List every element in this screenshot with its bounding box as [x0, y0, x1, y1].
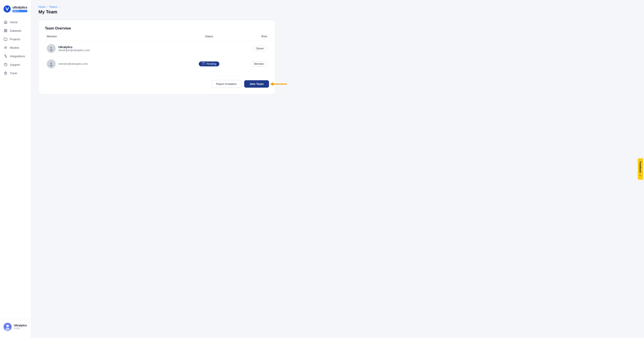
- sidebar-item-models[interactable]: Models: [0, 43, 31, 52]
- support-icon: [4, 62, 8, 66]
- sidebar-item-integrations[interactable]: Integrations: [0, 52, 31, 60]
- brand-name: ultralytics: [12, 6, 27, 10]
- svg-point-7: [6, 57, 6, 58]
- models-icon: [4, 46, 8, 50]
- status-cell-2: Pending: [187, 62, 232, 66]
- reject-invitation-button[interactable]: Reject Invitation: [211, 80, 242, 88]
- sidebar-item-home-label: Home: [10, 20, 18, 24]
- role-badge-2: Member: [251, 61, 267, 66]
- join-team-button[interactable]: Join Team: [244, 80, 269, 88]
- sidebar-item-home[interactable]: Home: [0, 18, 31, 26]
- feedback-emoji: ☺: [639, 174, 642, 176]
- trash-icon: [4, 71, 8, 75]
- sidebar-item-trash[interactable]: Trash: [0, 69, 31, 77]
- table-row: member@ultralytics.com Pending Member: [45, 56, 269, 72]
- arrow-line: [274, 84, 287, 84]
- spinner-icon: [202, 62, 205, 66]
- logo-icon: [4, 5, 11, 12]
- svg-point-14: [50, 47, 52, 49]
- action-row: Reject Invitation Join Team: [45, 76, 269, 88]
- arrow-head: [270, 82, 274, 86]
- breadcrumb: Home › Teams ›: [38, 5, 637, 8]
- table-row: Ultralytics developer@ultralytics.com Ow…: [45, 41, 269, 56]
- sidebar-nav: Home Datasets Projects Models Integratio…: [0, 18, 31, 77]
- svg-rect-2: [6, 29, 7, 30]
- datasets-icon: [4, 28, 8, 33]
- sidebar: ultralytics BETA Home Datasets Projects: [0, 0, 31, 338]
- avatar: [4, 323, 12, 331]
- feedback-tab[interactable]: Feedback ☺: [638, 158, 643, 180]
- integrations-icon: [4, 54, 8, 58]
- sidebar-item-trash-label: Trash: [10, 72, 17, 75]
- svg-rect-3: [6, 31, 7, 32]
- arrow-annotation: [270, 82, 287, 86]
- table-header: Member Status Role: [45, 35, 269, 41]
- member-email-2: member@ultralytics.com: [58, 62, 88, 66]
- sidebar-item-support-label: Support: [10, 63, 20, 66]
- svg-rect-1: [4, 29, 5, 30]
- status-badge-pending: Pending: [199, 62, 219, 66]
- role-cell-1: Owner: [232, 46, 267, 51]
- svg-point-6: [5, 54, 6, 56]
- member-avatar-2: [47, 60, 56, 68]
- sidebar-item-models-label: Models: [10, 46, 19, 50]
- user-plan: FREE: [14, 327, 27, 330]
- main-content: Home › Teams › My Team Team Overview Mem…: [31, 0, 644, 338]
- header-status: Status: [187, 35, 232, 38]
- page-title: My Team: [38, 10, 637, 14]
- svg-point-0: [4, 5, 11, 12]
- header-member: Member: [47, 35, 187, 38]
- projects-icon: [4, 37, 8, 41]
- svg-point-17: [50, 62, 52, 64]
- svg-point-18: [50, 64, 53, 66]
- pending-label: Pending: [206, 62, 216, 66]
- svg-point-12: [5, 328, 10, 330]
- role-cell-2: Member: [232, 61, 267, 66]
- sidebar-item-projects[interactable]: Projects: [0, 35, 31, 43]
- sidebar-item-datasets-label: Datasets: [10, 29, 21, 32]
- svg-point-15: [50, 49, 53, 51]
- role-badge-1: Owner: [253, 46, 267, 51]
- svg-point-5: [5, 47, 6, 48]
- member-avatar-1: [47, 44, 56, 53]
- member-info-2: member@ultralytics.com: [47, 60, 187, 68]
- member-info-1: Ultralytics developer@ultralytics.com: [47, 44, 187, 53]
- header-role: Role: [232, 35, 267, 38]
- feedback-label: Feedback: [639, 162, 642, 173]
- member-email-1: developer@ultralytics.com: [58, 49, 90, 52]
- logo: ultralytics BETA: [0, 4, 31, 18]
- breadcrumb-home[interactable]: Home: [38, 5, 46, 8]
- breadcrumb-teams[interactable]: Teams: [49, 5, 57, 8]
- member-name-1: Ultralytics: [58, 46, 90, 49]
- svg-point-11: [6, 324, 9, 327]
- sidebar-item-datasets[interactable]: Datasets: [0, 26, 31, 35]
- card-title: Team Overview: [45, 26, 269, 30]
- team-overview-card: Team Overview Member Status Role Ultraly…: [38, 20, 276, 94]
- user-profile[interactable]: Ultralytics FREE: [0, 319, 31, 334]
- home-icon: [4, 20, 8, 24]
- join-button-wrapper: Join Team: [244, 80, 269, 88]
- sidebar-item-integrations-label: Integrations: [10, 54, 25, 58]
- beta-badge: BETA: [12, 10, 27, 12]
- user-name: Ultralytics: [14, 324, 27, 327]
- svg-rect-4: [4, 31, 5, 32]
- sidebar-item-projects-label: Projects: [10, 38, 20, 41]
- sidebar-item-support[interactable]: Support: [0, 60, 31, 69]
